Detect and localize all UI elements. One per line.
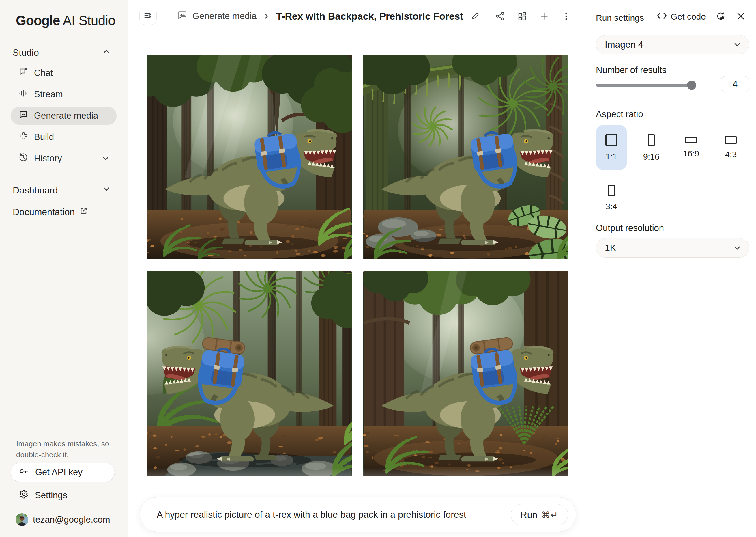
aspect-option-label: 3:4 — [606, 202, 617, 211]
close-panel-button[interactable] — [736, 11, 746, 22]
history-icon — [19, 152, 28, 165]
aspect-ratio-options: 1:1 9:16 16:9 4:3 3:4 — [596, 125, 746, 221]
collapse-sidebar-button[interactable] — [139, 8, 157, 25]
chevron-down-icon — [733, 40, 741, 49]
prompt-bar[interactable]: A hyper realistic picture of a t-rex wit… — [140, 497, 576, 532]
key-icon — [19, 466, 29, 479]
aspect-16-9-icon — [685, 137, 697, 143]
build-icon — [19, 131, 28, 143]
aspect-1-1-icon — [605, 134, 618, 146]
logo-product: AI Studio — [63, 13, 115, 28]
chevron-down-icon[interactable] — [101, 154, 110, 163]
aspect-4-3-icon — [725, 136, 737, 144]
output-resolution-selector[interactable]: 1K — [596, 238, 749, 258]
prompt-input[interactable]: A hyper realistic picture of a t-rex wit… — [157, 509, 466, 520]
page-title: T-Rex with Backpack, Prehistoric Forest — [276, 11, 463, 22]
sidebar-item-build[interactable]: Build — [11, 128, 117, 146]
get-code-label: Get code — [671, 12, 706, 21]
run-label: Run — [520, 510, 538, 520]
documentation-label: Documentation — [13, 207, 75, 217]
sidebar-section-studio[interactable]: Studio — [13, 47, 111, 58]
disclaimer-line-1: Imagen makes mistakes, so — [16, 438, 109, 449]
aspect-option-label: 9:16 — [643, 152, 659, 162]
studio-section-label: Studio — [13, 47, 39, 58]
trex-image-4[interactable] — [363, 271, 568, 476]
account-email: tezan@google.com — [33, 515, 110, 525]
topbar: Generate media T-Rex with Backpack, Preh… — [128, 0, 586, 32]
app-window: GoogleAI Studio Studio Chat Stream Gener — [0, 0, 756, 537]
aspect-option-16-9[interactable]: 16:9 — [675, 125, 707, 170]
avatar — [16, 513, 28, 526]
sidebar-item-label: Chat — [34, 68, 53, 78]
aspect-option-1-1[interactable]: 1:1 — [596, 125, 627, 170]
logo-google: Google — [16, 13, 60, 28]
breadcrumb[interactable]: Generate media — [177, 10, 256, 23]
trex-image-3[interactable] — [147, 271, 352, 476]
gear-icon — [19, 489, 28, 502]
aspect-option-4-3[interactable]: 4:3 — [715, 125, 746, 170]
sidebar-item-label: Generate media — [34, 110, 98, 121]
number-of-results-label: Number of results — [596, 65, 666, 75]
aspect-option-label: 16:9 — [683, 149, 699, 158]
sidebar-item-label: Build — [34, 132, 54, 142]
aspect-ratio-label: Aspect ratio — [596, 109, 643, 119]
sidebar-item-stream[interactable]: Stream — [11, 85, 117, 103]
aspect-option-label: 4:3 — [725, 150, 737, 159]
edit-title-button[interactable] — [470, 11, 480, 21]
aspect-3-4-icon — [608, 185, 615, 196]
account-button[interactable]: tezan@google.com — [16, 511, 110, 529]
model-selector[interactable]: Imagen 4 — [596, 35, 749, 54]
chevron-down-icon — [733, 244, 741, 252]
settings-button[interactable]: Settings — [19, 486, 67, 505]
aspect-option-3-4[interactable]: 3:4 — [596, 175, 627, 221]
generate-media-icon — [19, 110, 28, 122]
sidebar-item-chat[interactable]: Chat — [11, 64, 117, 82]
more-options-button[interactable] — [561, 11, 571, 21]
chat-icon — [19, 67, 28, 79]
stream-icon — [19, 88, 28, 101]
output-resolution-label: Output resolution — [596, 223, 664, 233]
aspect-9-16-icon — [648, 134, 655, 146]
run-settings-title: Run settings — [596, 13, 644, 23]
trex-image-2[interactable] — [363, 55, 568, 259]
sidebar-section-dashboard[interactable]: Dashboard — [13, 185, 111, 196]
disclaimer-line-2: double-check it. — [16, 449, 69, 460]
external-link-icon — [79, 206, 88, 217]
reset-settings-button[interactable] — [716, 11, 726, 22]
slider-knob[interactable] — [687, 81, 696, 90]
share-button[interactable] — [495, 11, 505, 21]
run-button[interactable]: Run ⌘↵ — [511, 504, 568, 525]
sidebar-item-label: History — [34, 153, 62, 164]
sidebar-item-documentation[interactable]: Documentation — [13, 206, 88, 217]
app-logo: GoogleAI Studio — [16, 13, 115, 28]
trex-image-1[interactable] — [147, 55, 352, 259]
aspect-option-9-16[interactable]: 9:16 — [636, 125, 667, 170]
dashboard-section-label: Dashboard — [13, 185, 58, 196]
chevron-down-icon — [102, 185, 111, 196]
code-icon — [657, 12, 667, 22]
get-code-button[interactable]: Get code — [657, 12, 706, 22]
results-canvas: A hyper realistic picture of a t-rex wit… — [128, 32, 586, 537]
new-item-button[interactable] — [539, 11, 549, 21]
settings-label: Settings — [35, 490, 67, 501]
aspect-option-label: 1:1 — [606, 152, 617, 161]
number-of-results-input[interactable]: 4 — [721, 76, 749, 92]
chevron-up-icon — [102, 47, 111, 58]
collapse-sidebar-icon — [143, 11, 153, 21]
run-settings-panel: Run settings Get code Imagen 4 Number of… — [586, 0, 756, 537]
run-shortcut: ⌘↵ — [541, 510, 558, 520]
get-api-key-button[interactable]: Get API key — [11, 463, 115, 482]
main-content: Generate media T-Rex with Backpack, Preh… — [128, 0, 586, 537]
breadcrumb-label: Generate media — [192, 11, 256, 21]
get-api-key-label: Get API key — [35, 467, 83, 477]
sidebar: GoogleAI Studio Studio Chat Stream Gener — [0, 0, 128, 537]
chevron-right-icon — [262, 12, 270, 20]
grid-view-button[interactable] — [517, 11, 527, 21]
sidebar-item-generate-media[interactable]: Generate media — [11, 106, 117, 125]
output-resolution-value: 1K — [605, 242, 616, 253]
sidebar-item-label: Stream — [34, 89, 63, 100]
number-of-results-slider[interactable] — [596, 84, 692, 87]
generate-media-icon — [177, 10, 188, 23]
sidebar-item-history[interactable]: History — [11, 149, 117, 168]
model-selected-value: Imagen 4 — [605, 39, 643, 50]
